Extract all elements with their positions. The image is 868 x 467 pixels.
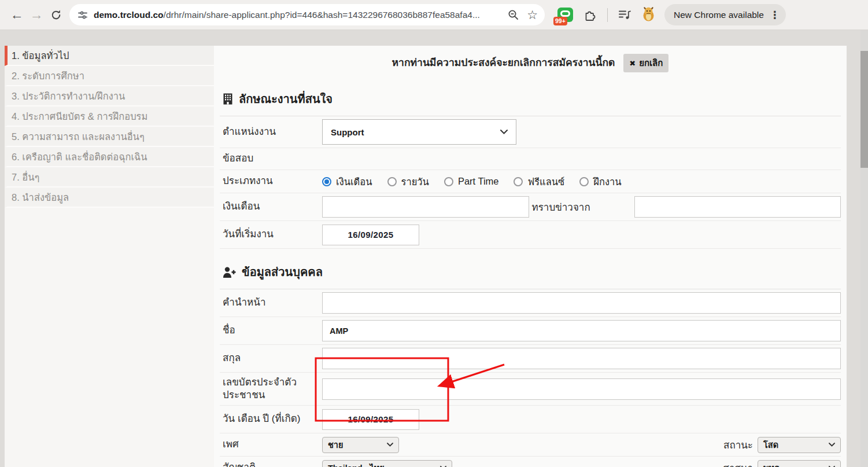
firstname-label: ชื่อ (223, 324, 322, 337)
gender-label: เพศ (223, 438, 322, 451)
url-text: demo.trcloud.co/drhr/main/share-applican… (94, 10, 500, 20)
sidebar-item-work-history[interactable]: 3. ประวัติการทำงาน/ฝึกงาน (5, 86, 214, 106)
idcard-label-line1: เลขบัตรประจำตัว (223, 376, 322, 389)
salary-input[interactable] (322, 196, 529, 218)
position-label: ตำแหน่งงาน (223, 126, 322, 138)
birthdate-label: วัน เดือน ปี (ที่เกิด) (223, 413, 322, 425)
religion-selected-value: พุทธ (763, 461, 780, 467)
address-bar[interactable]: demo.trcloud.co/drhr/main/share-applican… (69, 4, 545, 25)
update-chrome-button[interactable]: New Chrome available ⋮ (664, 4, 786, 25)
idcard-label-line2: ประชาชน (223, 389, 322, 402)
radio-label: ฝึกงาน (593, 174, 621, 189)
forward-button[interactable]: → (27, 7, 46, 23)
main-content: หากท่านมีความประสงค์จะยกเลิกการสมัครงานน… (214, 46, 847, 467)
status-selected-value: โสด (763, 438, 778, 451)
radio-jobtype-freelance[interactable]: ฟรีแลนซ์ (514, 174, 564, 189)
radio-label: Part Time (458, 176, 499, 187)
cancel-notice: หากท่านมีความประสงค์จะยกเลิกการสมัครงานน… (214, 46, 847, 75)
position-select[interactable]: Support (322, 119, 516, 145)
cancel-notice-text: หากท่านมีความประสงค์จะยกเลิกการสมัครงานน… (392, 57, 615, 68)
adblocker-switch-glyph (560, 10, 570, 17)
jobtype-label: ประเภทงาน (223, 175, 322, 187)
firstname-input[interactable] (322, 320, 841, 341)
radio-jobtype-internship[interactable]: ฝึกงาน (579, 174, 621, 189)
source-label: ทราบข่าวจาก (532, 199, 634, 215)
section-job-interest: ลักษณะงานที่สนใจ (220, 90, 841, 116)
gender-select[interactable]: ชาย (322, 437, 399, 453)
prefix-input[interactable] (322, 292, 841, 314)
extension-badge: 99+ (553, 17, 567, 25)
sidebar-item-others[interactable]: 7. อื่นๆ (5, 167, 214, 187)
chevron-down-icon (829, 443, 835, 447)
building-icon (223, 93, 233, 105)
chevron-down-icon (500, 130, 508, 134)
row-idcard: เลขบัตรประจำตัว ประชาชน (220, 373, 841, 406)
scrollbar-track[interactable] (860, 30, 868, 467)
section-title: ลักษณะงานที่สนใจ (239, 90, 333, 108)
toolbar-separator (607, 8, 608, 22)
idcard-label: เลขบัตรประจำตัว ประชาชน (223, 376, 322, 402)
x-icon: ✖ (629, 59, 636, 68)
reload-icon (50, 9, 62, 21)
religion-select[interactable]: พุทธ (758, 460, 841, 467)
startdate-input[interactable]: 16/09/2025 (322, 225, 419, 245)
section-title: ข้อมูลส่วนบุคคล (242, 263, 323, 281)
sidebar-item-general-info[interactable]: 1. ข้อมูลทั่วไป (5, 46, 214, 66)
nationality-selected-value: Thailand - ไทย (328, 461, 385, 467)
row-startdate: วันที่เริ่มงาน 16/09/2025 (220, 221, 841, 249)
section-personal-info: ข้อมูลส่วนบุคคล (220, 263, 841, 289)
radio-label: รายวัน (401, 174, 429, 189)
radio-icon (579, 177, 589, 186)
row-gender-status: เพศ ชาย สถานะ โสด (220, 433, 841, 457)
radio-jobtype-parttime[interactable]: Part Time (444, 176, 499, 187)
reload-button[interactable] (46, 9, 66, 21)
row-prefix: คำนำหน้า (220, 289, 841, 317)
zoom-icon[interactable] (508, 9, 519, 20)
position-selected-value: Support (331, 127, 364, 137)
sidebar-item-relatives[interactable]: 6. เครือญาติ และชื่อติดต่อฉุกเฉิน (5, 147, 214, 167)
adblocker-extension-icon[interactable]: 99+ (557, 8, 573, 22)
nationality-label: สัญชาติ (223, 461, 322, 467)
chevron-down-icon (387, 443, 393, 447)
sidebar-item-education[interactable]: 2. ระดับการศึกษา (5, 66, 214, 86)
update-chrome-label: New Chrome available (674, 10, 764, 20)
row-jobtype: ประเภทงาน เงินเดือน รายวัน Part Time ฟรี… (220, 170, 841, 193)
birthdate-input[interactable]: 16/09/2025 (322, 409, 419, 430)
chrome-menu-icon[interactable]: ⋮ (770, 9, 780, 21)
row-salary: เงินเดือน ทราบข่าวจาก (220, 193, 841, 221)
row-lastname: สกุล (220, 345, 841, 373)
radio-icon (444, 177, 453, 186)
sidebar-item-submit[interactable]: 8. นำส่งข้อมูล (5, 187, 214, 208)
radio-label: เงินเดือน (336, 174, 372, 189)
sidebar-item-certificates[interactable]: 4. ประกาศนียบัตร & การฝึกอบรม (5, 106, 214, 127)
radio-label: ฟรีแลนซ์ (527, 174, 564, 189)
extensions-icon[interactable] (583, 8, 597, 21)
row-position: ตำแหน่งงาน Support (220, 116, 841, 148)
site-settings-icon[interactable] (77, 10, 88, 20)
prefix-label: คำนำหน้า (223, 296, 322, 309)
back-button[interactable]: ← (7, 7, 27, 23)
salary-label: เงินเดือน (223, 200, 322, 213)
radio-icon (514, 177, 523, 186)
idcard-input[interactable] (322, 378, 841, 400)
radio-jobtype-monthly[interactable]: เงินเดือน (322, 174, 372, 189)
cancel-application-button[interactable]: ✖ ยกเลิก (623, 54, 668, 72)
bookmark-star-icon[interactable]: ☆ (527, 9, 538, 21)
profile-avatar[interactable] (641, 6, 656, 24)
religion-label: ศาสนา (723, 460, 758, 467)
row-exam: ข้อสอบ (220, 148, 841, 170)
radio-selected-icon (322, 177, 331, 186)
user-plus-icon (223, 267, 236, 278)
lastname-input[interactable] (322, 348, 841, 369)
scrollbar-thumb[interactable] (860, 51, 868, 168)
browser-toolbar: ← → demo.trcloud.co/drhr/main/share-appl… (0, 0, 868, 30)
radio-icon (387, 177, 397, 186)
sidebar-item-skills[interactable]: 5. ความสามารถ และผลงานอื่นๆ (5, 127, 214, 147)
sidebar: 1. ข้อมูลทั่วไป 2. ระดับการศึกษา 3. ประว… (5, 46, 214, 467)
media-controls-icon[interactable] (618, 9, 631, 20)
status-select[interactable]: โสด (758, 437, 841, 453)
source-input[interactable] (634, 196, 841, 218)
nationality-select[interactable]: Thailand - ไทย (322, 460, 452, 467)
radio-jobtype-daily[interactable]: รายวัน (387, 174, 429, 189)
lastname-label: สกุล (223, 352, 322, 365)
